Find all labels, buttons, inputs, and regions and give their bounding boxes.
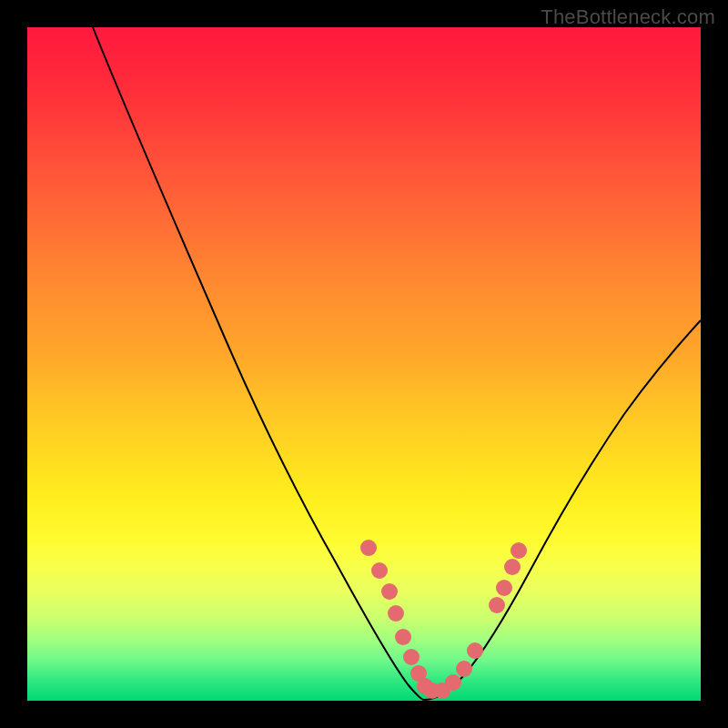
svg-point-11 (456, 661, 472, 677)
svg-point-10 (445, 674, 461, 691)
svg-point-13 (489, 597, 505, 613)
svg-point-5 (403, 649, 420, 665)
chart-frame: TheBottleneck.com (0, 0, 728, 728)
svg-point-14 (496, 580, 512, 596)
svg-point-16 (511, 542, 527, 559)
svg-point-0 (360, 540, 377, 556)
svg-point-12 (467, 642, 483, 659)
svg-point-4 (395, 629, 411, 645)
heatmap-plot-area (27, 27, 701, 701)
curve-overlay (27, 27, 701, 701)
bottleneck-curve-right (424, 320, 701, 700)
svg-point-15 (504, 559, 521, 575)
bottleneck-curve-left (93, 27, 424, 700)
svg-point-1 (371, 562, 388, 579)
watermark-text: TheBottleneck.com (541, 5, 715, 29)
svg-point-3 (388, 605, 404, 622)
svg-point-2 (381, 583, 398, 600)
